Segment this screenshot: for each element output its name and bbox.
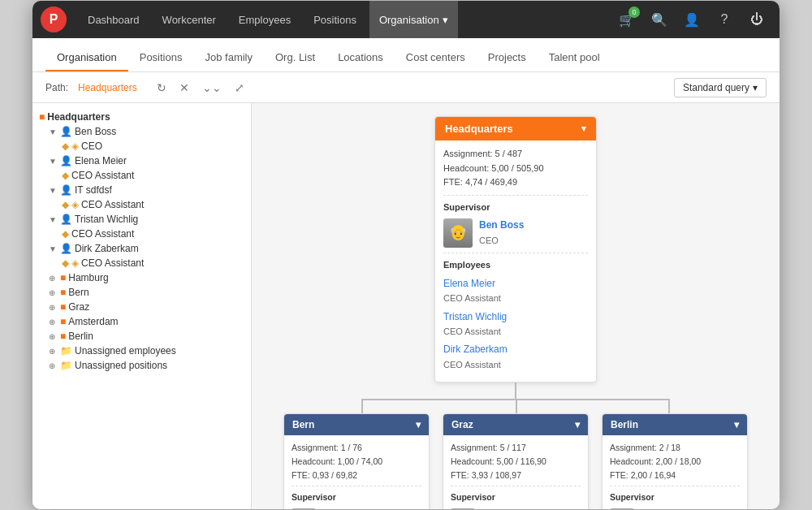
tab-org-list[interactable]: Org. List <box>264 45 326 71</box>
berlin-supervisor-title: Supervisor <box>610 486 740 504</box>
org-icon: ■ <box>60 287 66 298</box>
branch-header-graz[interactable]: Graz ▾ <box>443 414 588 435</box>
tree-item-tristan-pos[interactable]: ◆ CEO Assistant <box>32 227 251 241</box>
org-icon: ■ <box>60 301 66 313</box>
tree-item-unassigned-positions[interactable]: ⊕ 📁 Unassigned positions <box>32 358 251 373</box>
pos-icon: ◆ <box>62 140 69 152</box>
tree-item-ceo[interactable]: ◆ ◈ CEO <box>32 139 251 153</box>
employee-role-1: CEO Assistant <box>443 325 588 339</box>
tree-item-berlin[interactable]: ⊕ ■ Berlin <box>32 329 251 344</box>
standard-query-button[interactable]: Standard query ▾ <box>674 78 767 97</box>
close-icon[interactable]: ✕ <box>176 80 192 96</box>
tab-locations[interactable]: Locations <box>326 45 395 71</box>
tree-item-dirk[interactable]: ▼ 👤 Dirk Zaberkam <box>32 241 251 256</box>
branch-dropdown-arrow[interactable]: ▾ <box>575 419 580 430</box>
nav-positions[interactable]: Positions <box>304 1 366 38</box>
pos-icon2: ◈ <box>71 257 79 269</box>
supervisor-role: CEO <box>479 234 524 249</box>
org-chart-wrapper: Headquarters ▾ Assignment: 5 / 487 Headc… <box>265 116 767 509</box>
hq-dropdown-arrow[interactable]: ▾ <box>581 123 586 134</box>
path-value[interactable]: Headquarters <box>78 82 137 93</box>
tree-item-hamburg[interactable]: ⊕ ■ Hamburg <box>32 270 251 285</box>
tree-item-it-sdfdsf[interactable]: ▼ 👤 IT sdfdsf <box>32 183 251 197</box>
cart-button[interactable]: 🛒 0 <box>612 5 641 34</box>
search-button[interactable]: 🔍 <box>645 5 674 34</box>
tabs-bar: Organisation Positions Job family Org. L… <box>32 38 780 72</box>
berlin-supervisor: 👩 Angelika Kunze Head of department <box>610 507 740 509</box>
bern-sup-name[interactable]: Urs Depardieu <box>321 507 391 509</box>
main-content: ■ Headquarters ▼ 👤 Ben Boss ◆ ◈ CEO ▼ 👤 … <box>32 103 780 509</box>
path-actions: ↻ ✕ ⌄⌄ ⤢ <box>153 80 248 96</box>
employee-role-2: CEO Assistant <box>443 358 588 373</box>
nav-workcenter[interactable]: Workcenter <box>153 1 226 38</box>
nav-employees[interactable]: Employees <box>229 1 300 38</box>
employee-name-0[interactable]: Elena Meier <box>443 276 588 292</box>
tree-item-it-pos[interactable]: ◆ ◈ CEO Assistant <box>32 197 251 212</box>
tree-item-elena-meier[interactable]: ▼ 👤 Elena Meier <box>32 153 251 168</box>
tree-item-dirk-pos[interactable]: ◆ ◈ CEO Assistant <box>32 256 251 270</box>
employees-section-title: Employees <box>443 253 588 273</box>
path-label: Path: <box>45 82 68 93</box>
tab-organisation[interactable]: Organisation <box>45 45 128 71</box>
org-icon: ■ <box>39 111 45 123</box>
hq-fte: FTE: 4,74 / 469,49 <box>443 175 588 190</box>
tree-item-tristan[interactable]: ▼ 👤 Tristan Wichlig <box>32 212 251 227</box>
pos-icon: ◆ <box>62 228 69 240</box>
tab-job-family[interactable]: Job family <box>193 45 264 71</box>
topnav-actions: 🛒 0 🔍 👤 ? ⏻ <box>612 5 771 34</box>
tab-positions[interactable]: Positions <box>128 45 194 71</box>
expand-icon[interactable]: ⌄⌄ <box>199 80 225 96</box>
fullscreen-icon[interactable]: ⤢ <box>231 80 248 96</box>
power-button[interactable]: ⏻ <box>742 5 771 34</box>
branch-card-berlin: Berlin ▾ Assignment: 2 / 18 Headcount: 2… <box>602 413 748 509</box>
graz-sup-name[interactable]: Mag. Franz Huber <box>480 507 555 509</box>
branch-header-berlin[interactable]: Berlin ▾ <box>603 414 747 435</box>
bern-fte: FTE: 0,93 / 69,82 <box>292 469 421 482</box>
tree-item-unassigned-employees[interactable]: ⊕ 📁 Unassigned employees <box>32 344 251 358</box>
nav-dashboard[interactable]: Dashboard <box>78 1 149 38</box>
pos-icon: ◆ <box>62 199 69 210</box>
tree-item-elena-pos[interactable]: ◆ CEO Assistant <box>32 168 251 183</box>
tab-talent-pool[interactable]: Talent pool <box>538 45 611 71</box>
v-drop-2 <box>668 399 670 413</box>
tree-item-amsterdam[interactable]: ⊕ ■ Amsterdam <box>32 314 251 329</box>
bern-assignment: Assignment: 1 / 76 <box>292 441 421 455</box>
query-dropdown-container: Standard query ▾ <box>674 78 767 97</box>
tree-item-graz[interactable]: ⊕ ■ Graz <box>32 300 251 314</box>
supervisor-name[interactable]: Ben Boss <box>479 218 524 233</box>
graz-avatar: 👨 <box>451 508 475 509</box>
employee-role-0: CEO Assistant <box>443 292 588 306</box>
folder-icon: 📁 <box>60 345 72 357</box>
user-button[interactable]: 👤 <box>677 5 706 34</box>
tree-item-bern[interactable]: ⊕ ■ Bern <box>32 285 251 300</box>
branch-col-graz: Graz ▾ Assignment: 5 / 117 Headcount: 5,… <box>443 413 589 509</box>
supervisor-avatar: 👴 <box>443 218 473 248</box>
tree-item-ben-boss[interactable]: ▼ 👤 Ben Boss <box>32 124 251 139</box>
tree-root-headquarters[interactable]: ■ Headquarters <box>32 110 251 124</box>
tab-cost-centers[interactable]: Cost centers <box>395 45 477 71</box>
employee-name-1[interactable]: Tristan Wichlig <box>443 309 588 325</box>
v-drop-1 <box>516 399 517 413</box>
supervisor-avatar-img: 👴 <box>443 218 473 248</box>
person-icon: 👤 <box>60 243 72 254</box>
path-bar: Path: Headquarters ↻ ✕ ⌄⌄ ⤢ Standard que… <box>32 72 780 103</box>
app-window: P Dashboard Workcenter Employees Positio… <box>32 1 780 509</box>
top-navigation: P Dashboard Workcenter Employees Positio… <box>32 1 780 38</box>
hq-card-body: Assignment: 5 / 487 Headcount: 5,00 / 50… <box>435 140 596 382</box>
berlin-sup-name[interactable]: Angelika Kunze <box>639 507 715 509</box>
employee-name-2[interactable]: Dirk Zaberkam <box>443 342 588 357</box>
help-button[interactable]: ? <box>710 5 739 34</box>
branch-header-bern[interactable]: Bern ▾ <box>284 414 429 435</box>
v-drop-0 <box>361 399 363 413</box>
hq-supervisor: 👴 Ben Boss CEO <box>443 218 588 248</box>
bern-avatar: 👱 <box>292 508 316 509</box>
nav-organisation[interactable]: Organisation ▾ <box>369 1 458 38</box>
branch-dropdown-arrow[interactable]: ▾ <box>416 419 421 430</box>
berlin-fte: FTE: 2,00 / 16,94 <box>610 469 740 482</box>
branch-dropdown-arrow[interactable]: ▾ <box>734 419 739 430</box>
hq-card-header[interactable]: Headquarters ▾ <box>435 117 596 140</box>
connector-line-hq <box>515 382 516 399</box>
tab-projects[interactable]: Projects <box>477 45 538 71</box>
org-icon: ■ <box>60 272 66 283</box>
refresh-icon[interactable]: ↻ <box>153 80 170 96</box>
